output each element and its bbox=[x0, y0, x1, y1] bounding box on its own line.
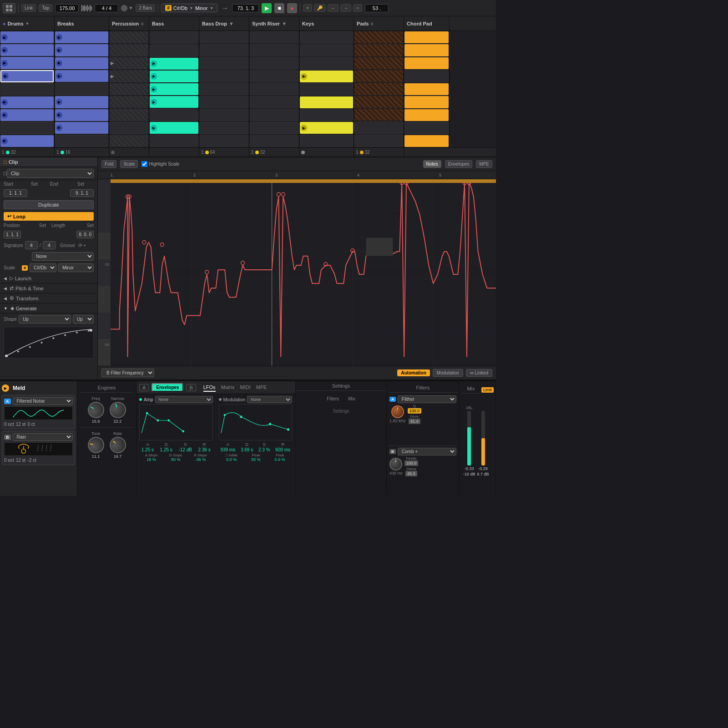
sig-den[interactable]: 4 bbox=[43, 241, 56, 249]
len-val[interactable]: 8. 0. 0 bbox=[76, 231, 94, 238]
clip-bass-7[interactable] bbox=[150, 109, 198, 121]
play-breaks-1[interactable]: ▶ bbox=[56, 34, 62, 40]
bpm-display[interactable]: 53 . bbox=[365, 4, 389, 12]
clip-bd-7[interactable] bbox=[200, 109, 248, 121]
clip-drums-5[interactable] bbox=[0, 83, 54, 96]
clip-sr-8[interactable] bbox=[250, 122, 298, 134]
duplicate-btn[interactable]: Duplicate bbox=[4, 200, 94, 209]
clip-cp-4[interactable] bbox=[404, 70, 449, 82]
play-breaks-2[interactable]: ▶ bbox=[56, 47, 62, 53]
shape-dir-select[interactable]: Up bbox=[73, 315, 94, 324]
position-display[interactable]: 73. 1. 3 bbox=[232, 4, 259, 12]
env-a-dest[interactable]: None bbox=[155, 396, 213, 403]
shape-select[interactable]: Up bbox=[19, 315, 71, 324]
play-drums-2[interactable]: ▶ bbox=[1, 47, 8, 53]
clip-breaks-1[interactable]: ▶ bbox=[55, 31, 108, 43]
track-header-bassdrop[interactable]: Bass Drop ▼ bbox=[199, 16, 249, 30]
clip-pads-7[interactable] bbox=[354, 109, 403, 121]
linked-btn[interactable]: ⇔ Linked bbox=[466, 369, 492, 377]
clip-pads-1[interactable] bbox=[354, 31, 403, 43]
track-header-drums[interactable]: ● Drums ▼ bbox=[0, 16, 55, 30]
clip-sr-7[interactable] bbox=[250, 109, 298, 121]
play-breaks-4[interactable]: ▶ bbox=[56, 73, 62, 79]
clip-perc-3[interactable]: ▶ bbox=[110, 57, 148, 69]
clip-sr-9[interactable] bbox=[250, 135, 298, 147]
clip-bass-3[interactable]: ▶ bbox=[150, 58, 198, 70]
play-btn[interactable]: ▶ bbox=[262, 3, 272, 13]
clip-keys-5[interactable] bbox=[300, 83, 353, 96]
undo-btn[interactable]: ← bbox=[328, 4, 339, 12]
clip-drums-2[interactable]: ▶ bbox=[0, 44, 54, 56]
clip-sr-2[interactable] bbox=[250, 44, 298, 56]
play-keys-8[interactable]: ▶ bbox=[301, 125, 307, 131]
b-tab[interactable]: B bbox=[186, 384, 196, 391]
clip-bd-6[interactable] bbox=[200, 96, 248, 108]
scale-btn[interactable]: Scale bbox=[120, 160, 138, 168]
envelopes-tab[interactable]: Envelopes bbox=[445, 160, 473, 168]
clip-bass-6[interactable]: ▶ bbox=[150, 96, 198, 108]
env-b-dest[interactable]: None bbox=[247, 396, 292, 403]
clip-perc-6[interactable] bbox=[110, 96, 148, 108]
track-header-pads[interactable]: Pads ≡ bbox=[354, 16, 404, 30]
a-tab[interactable]: A bbox=[139, 384, 149, 391]
clip-bass-9[interactable] bbox=[150, 135, 198, 147]
len-set[interactable]: Set bbox=[87, 223, 94, 228]
clip-sr-1[interactable] bbox=[250, 31, 298, 43]
rate-b-knob[interactable] bbox=[106, 434, 129, 457]
filter-b-freq-knob[interactable] bbox=[389, 458, 402, 470]
clip-keys-1[interactable] bbox=[300, 31, 353, 44]
envelopes-tab-btn[interactable]: Envelopes bbox=[152, 383, 183, 392]
settings-mix-tab[interactable]: Mix bbox=[348, 396, 355, 401]
groove-add-icon[interactable]: + bbox=[83, 243, 86, 248]
clip-keys-3[interactable] bbox=[300, 57, 353, 70]
groove-select[interactable]: None bbox=[32, 252, 94, 261]
clip-breaks-2[interactable]: ▶ bbox=[55, 44, 108, 56]
scale-mode-select[interactable]: Minor bbox=[58, 263, 94, 272]
clip-cp-1[interactable] bbox=[404, 31, 449, 43]
clip-perc-1[interactable] bbox=[110, 31, 148, 43]
pos-val[interactable]: 1. 1. 1 bbox=[4, 231, 21, 238]
filter-a-sel[interactable]: Filther bbox=[398, 395, 456, 403]
clip-bd-4[interactable] bbox=[200, 70, 248, 82]
meld-play-btn[interactable]: ▶ bbox=[2, 384, 9, 392]
clip-keys-4[interactable]: ▶ bbox=[300, 71, 353, 82]
pos-set[interactable]: Set bbox=[39, 223, 46, 228]
settings-filters-tab[interactable]: Filters bbox=[327, 396, 339, 401]
loop-btn[interactable]: ↩ Loop bbox=[4, 212, 94, 221]
automation-btn[interactable]: Automation bbox=[397, 369, 430, 376]
clip-cp-9[interactable] bbox=[404, 135, 449, 147]
matrix-tab[interactable]: Matrix bbox=[221, 384, 235, 392]
clip-perc-7[interactable] bbox=[110, 109, 148, 121]
clip-breaks-7[interactable]: ▶ bbox=[55, 109, 108, 121]
play-drums-7[interactable]: ▶ bbox=[1, 112, 8, 118]
clip-perc-2[interactable] bbox=[110, 44, 148, 56]
track-header-breaks[interactable]: Breaks bbox=[55, 16, 109, 30]
clip-perc-8[interactable] bbox=[110, 122, 148, 134]
modulation-btn[interactable]: Modulation bbox=[433, 369, 463, 377]
clip-pads-2[interactable] bbox=[354, 44, 403, 56]
clip-cp-7[interactable] bbox=[404, 109, 449, 121]
r-slope-val[interactable]: -36 % bbox=[195, 457, 206, 462]
damp-val[interactable]: 45.3 bbox=[405, 471, 417, 476]
clip-sr-3[interactable] bbox=[250, 57, 298, 69]
clip-bd-9[interactable] bbox=[200, 135, 248, 147]
play-bass-3[interactable]: ▶ bbox=[151, 61, 157, 67]
rec-btn[interactable]: ● bbox=[287, 3, 297, 13]
session-view-btn[interactable] bbox=[3, 3, 15, 13]
play-bass-6[interactable]: ▶ bbox=[151, 99, 157, 105]
clip-bd-5[interactable] bbox=[200, 83, 248, 95]
mpe-env-tab[interactable]: MPE bbox=[256, 384, 267, 392]
tempo-display[interactable]: 175.00 bbox=[55, 4, 79, 12]
set-label2[interactable]: Set bbox=[77, 182, 94, 187]
clip-pads-3[interactable] bbox=[354, 57, 403, 69]
clip-bd-1[interactable] bbox=[200, 31, 248, 43]
notes-tab[interactable]: Notes bbox=[423, 160, 441, 168]
set-label1[interactable]: Set bbox=[31, 182, 47, 187]
add-btn[interactable]: + bbox=[303, 4, 312, 12]
play-drums-9[interactable]: ▶ bbox=[1, 138, 8, 144]
clip-pads-8[interactable] bbox=[354, 121, 403, 134]
filter-b-sel[interactable]: Comb + bbox=[398, 448, 456, 455]
clip-breaks-4[interactable]: ▶ bbox=[55, 70, 108, 82]
end-val[interactable]: 9. 1. 1 bbox=[70, 189, 94, 197]
tone-b-val[interactable]: -0.29 bbox=[478, 466, 488, 471]
